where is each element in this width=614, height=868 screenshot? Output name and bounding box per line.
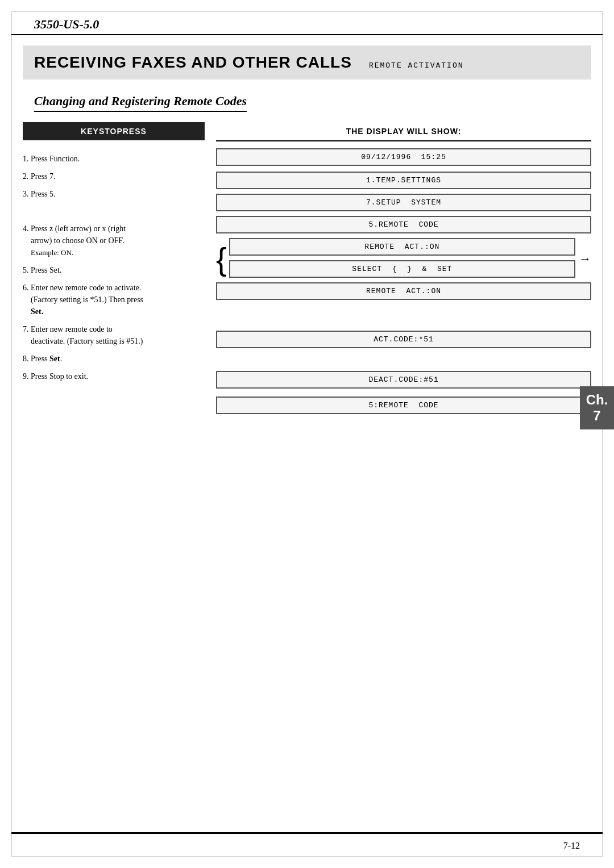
bottom-line: [11, 832, 603, 834]
right-arrow: →: [579, 253, 591, 265]
display-remote-act-on1: REMOTE ACT.:ON: [229, 238, 575, 256]
step-5-text: 5. Press Set.: [23, 266, 61, 274]
left-curly-brace: {: [216, 243, 227, 275]
display-temp-settings: 1.TEMP.SETTINGS: [216, 172, 591, 189]
steps-list: 1. Press Function. 2. Press 7. 3. Press …: [23, 153, 205, 382]
display-setup-system: 7.SETUP SYSTEM: [216, 194, 591, 211]
step-3-text: 3. Press 5.: [23, 190, 56, 198]
display-deact-code: DEACT.CODE:#51: [216, 371, 591, 389]
doc-number: 3550-US-5.0: [34, 17, 99, 32]
display-remote-code-1: 5.REMOTE CODE: [216, 216, 591, 233]
page-number: 7-12: [563, 841, 580, 851]
step-4-text: 4. Press z (left arrow) or x (right arro…: [23, 224, 126, 257]
display-remote-act-on2: REMOTE ACT.:ON: [216, 282, 591, 300]
left-column-header: KEYSTOPRESS: [23, 122, 205, 140]
step-5: 5. Press Set.: [23, 264, 205, 276]
step-8-text: 8. Press Set.: [23, 354, 62, 363]
display-remote-code-2: 5:REMOTE CODE: [216, 397, 591, 414]
chapter-number: 7: [583, 408, 611, 424]
step-6: 6. Enter new remote code to activate. (F…: [23, 282, 205, 318]
step-7-text: 7. Enter new remote code to deactivate. …: [23, 325, 143, 345]
top-line: [11, 34, 603, 35]
display-act-code: ACT.CODE:*51: [216, 331, 591, 348]
step-2-text: 2. Press 7.: [23, 172, 56, 181]
content-area: KEYSTOPRESS 1. Press Function. 2. Press …: [23, 122, 591, 416]
display-select-set: SELECT { } & SET: [229, 260, 575, 278]
left-column: KEYSTOPRESS 1. Press Function. 2. Press …: [23, 122, 205, 416]
step-6-text: 6. Enter new remote code to activate. (F…: [23, 283, 143, 316]
step-1-num: 1. Press Function.: [23, 155, 80, 163]
step-4: 4. Press z (left arrow) or x (right arro…: [23, 223, 205, 258]
chapter-label: Ch.: [583, 392, 611, 408]
brace-inner-boxes: REMOTE ACT.:ON SELECT { } & SET: [229, 238, 575, 280]
right-column: THE DISPLAY WILL SHOW: 09/12/1996 15:25 …: [216, 122, 591, 416]
chapter-tab: Ch. 7: [580, 386, 614, 429]
brace-group-container: { REMOTE ACT.:ON SELECT { } & SET →: [216, 238, 591, 280]
header-title: RECEIVING FAXES AND OTHER CALLS: [34, 53, 352, 72]
step-2: 2. Press 7.: [23, 170, 205, 182]
step-1: 1. Press Function.: [23, 153, 205, 165]
step-8: 8. Press Set.: [23, 353, 205, 365]
step-3: 3. Press 5.: [23, 188, 205, 200]
section-title: Changing and Registering Remote Codes: [34, 94, 247, 112]
step-9-text: 9. Press Stop to exit.: [23, 372, 88, 381]
step-7: 7. Enter new remote code to deactivate. …: [23, 323, 205, 347]
header-section: RECEIVING FAXES AND OTHER CALLS REMOTE A…: [23, 45, 591, 80]
display-datetime: 09/12/1996 15:25: [216, 148, 591, 166]
right-column-header: THE DISPLAY WILL SHOW:: [216, 122, 591, 141]
display-section: 09/12/1996 15:25 1.TEMP.SETTINGS 7.SETUP…: [216, 145, 591, 414]
step-9: 9. Press Stop to exit.: [23, 370, 205, 382]
header-subtitle: REMOTE ACTIVATION: [369, 61, 464, 70]
two-column-layout: KEYSTOPRESS 1. Press Function. 2. Press …: [23, 122, 591, 416]
